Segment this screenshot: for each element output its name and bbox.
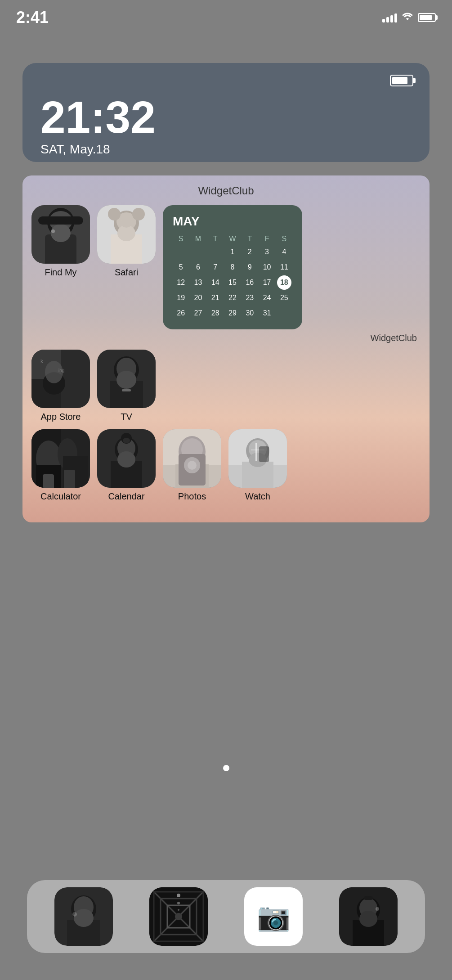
calendar-header: M: [190, 234, 206, 244]
calendar-day: 20: [191, 291, 205, 305]
calendar-day: 3: [260, 245, 274, 259]
calendar-header: S: [173, 234, 189, 244]
calendar-day: 14: [208, 275, 223, 290]
calendar-day: 11: [277, 260, 291, 274]
calendar-day: 8: [225, 260, 240, 274]
calendar-day: [174, 245, 188, 259]
calendar-day: 28: [208, 306, 223, 320]
calendar-grid: SMTWTFS123456789101112131415161718192021…: [173, 234, 292, 320]
clock-time: 21:32: [40, 94, 412, 139]
watch-label: Watch: [245, 491, 270, 502]
safari-icon[interactable]: [97, 205, 156, 264]
svg-rect-35: [64, 470, 75, 488]
calendar-day: 24: [260, 291, 274, 305]
calendar-app-label: Calendar: [108, 491, 144, 502]
calendar-day: 25: [277, 291, 291, 305]
svg-text:ing: ing: [58, 368, 64, 373]
svg-point-77: [177, 902, 180, 904]
calendar-month: MAY: [173, 214, 292, 229]
calendar-day: [208, 245, 223, 259]
app-calendar[interactable]: Calendar: [97, 429, 156, 502]
widgetclub-sub-label: WidgetClub: [371, 333, 417, 343]
calendar-day: 12: [174, 275, 188, 290]
svg-point-64: [74, 909, 94, 927]
calendar-day: [277, 306, 291, 320]
svg-rect-27: [122, 389, 131, 391]
status-icons: [382, 11, 436, 24]
app-watch[interactable]: Watch: [228, 429, 287, 502]
calendar-day: 13: [191, 275, 205, 290]
svg-point-13: [132, 208, 145, 220]
calendar-header: S: [276, 234, 292, 244]
tv-icon[interactable]: [97, 350, 156, 408]
calendar-day: [191, 245, 205, 259]
calendar-widget: MAY SMTWTFS12345678910111213141516171819…: [163, 205, 302, 329]
page-dot-active: [223, 765, 229, 771]
calendar-day: 16: [242, 275, 257, 290]
photos-label: Photos: [178, 491, 206, 502]
calendar-day: 26: [174, 306, 188, 320]
calendar-app-icon[interactable]: [97, 429, 156, 488]
svg-point-14: [121, 219, 132, 228]
widget-battery-icon: [390, 75, 413, 86]
svg-point-42: [123, 438, 130, 443]
find-my-icon[interactable]: [31, 205, 90, 264]
app-app-store[interactable]: k ing App Store: [31, 350, 90, 422]
calendar-header: W: [224, 234, 241, 244]
app-store-label: App Store: [41, 412, 81, 422]
calendar-day: 9: [242, 260, 257, 274]
calendar-day: 17: [260, 275, 274, 290]
widgetclub-title: WidgetClub: [31, 184, 421, 197]
dock-app-4[interactable]: [339, 887, 398, 946]
svg-rect-57: [255, 443, 257, 461]
watch-icon[interactable]: [228, 429, 287, 488]
home-screen: WidgetClub Find My: [22, 175, 430, 522]
status-bar: 2:41: [0, 8, 452, 27]
svg-point-78: [178, 909, 179, 911]
calendar-day: 15: [225, 275, 240, 290]
app-find-my[interactable]: Find My: [31, 205, 90, 278]
clock-widget: 21:32 SAT, May.18: [22, 63, 430, 162]
clock-date: SAT, May.18: [40, 142, 412, 157]
svg-point-26: [116, 371, 136, 389]
dock-camera-app[interactable]: 📷: [244, 887, 303, 946]
svg-point-76: [177, 894, 180, 897]
calendar-day: 7: [208, 260, 223, 274]
calculator-icon[interactable]: [31, 429, 90, 488]
calendar-day: 27: [191, 306, 205, 320]
svg-point-4: [51, 224, 71, 242]
signal-icon: [382, 13, 397, 22]
calendar-header: T: [242, 234, 258, 244]
svg-rect-34: [43, 474, 54, 488]
calculator-label: Calculator: [40, 491, 81, 502]
calendar-day: 4: [277, 245, 291, 259]
app-tv[interactable]: TV: [97, 350, 156, 422]
photos-icon[interactable]: [163, 429, 221, 488]
svg-point-65: [72, 912, 77, 917]
dock-app-2[interactable]: [149, 887, 208, 946]
app-row-3: Calculator Calendar: [31, 429, 421, 502]
find-my-label: Find My: [45, 267, 76, 278]
svg-rect-85: [364, 896, 373, 900]
app-photos[interactable]: Photos: [163, 429, 221, 502]
calendar-day: 5: [174, 260, 188, 274]
calendar-day: 2: [242, 245, 257, 259]
calendar-day: 21: [208, 291, 223, 305]
svg-point-6: [51, 229, 55, 233]
app-store-icon[interactable]: k ing: [31, 350, 90, 408]
dock-app-1[interactable]: [54, 887, 113, 946]
svg-text:k: k: [40, 358, 44, 364]
svg-point-40: [117, 451, 135, 468]
app-safari[interactable]: Safari: [97, 205, 156, 278]
wifi-icon: [402, 11, 413, 24]
calendar-day: 29: [225, 306, 240, 320]
tv-label: TV: [121, 412, 132, 422]
app-calculator[interactable]: Calculator: [31, 429, 90, 502]
calendar-day: 1: [225, 245, 240, 259]
safari-label: Safari: [115, 267, 138, 278]
svg-point-75: [175, 913, 182, 920]
svg-point-84: [359, 911, 377, 927]
svg-rect-5: [38, 216, 83, 225]
calendar-day: 30: [242, 306, 257, 320]
svg-rect-59: [259, 446, 269, 462]
